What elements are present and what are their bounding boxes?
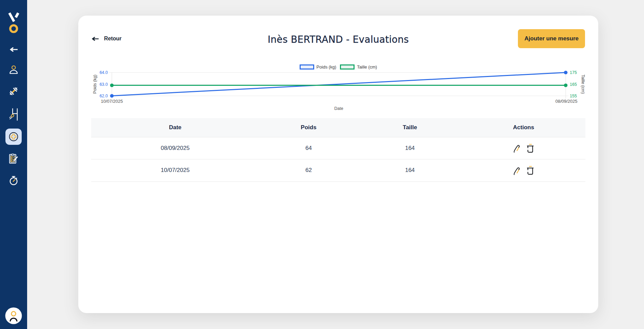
sidebar-item-back[interactable] <box>5 41 22 58</box>
y-tick-label-left: 63.0 <box>100 82 108 87</box>
data-point <box>564 83 568 87</box>
evaluations-card: Retour Inès BERTRAND - Evaluations Ajout… <box>78 16 598 313</box>
y-tick-label-right: 165 <box>570 82 577 87</box>
legend-label: Taille (cm) <box>357 64 377 70</box>
delete-row-button[interactable] <box>524 143 537 153</box>
user-icon <box>9 65 18 74</box>
legend-label: Poids (kg) <box>317 64 337 70</box>
cell-poids: 64 <box>259 137 358 159</box>
trash-icon <box>527 143 534 153</box>
sidebar-item-checklist[interactable] <box>5 151 22 167</box>
column-header-date: Date <box>91 118 259 137</box>
measurements-chart: 64.063.062.017516515510/07/202508/09/202… <box>91 61 585 113</box>
table-header-row: Date Poids Taille Actions <box>91 118 585 137</box>
cell-taille: 164 <box>358 159 462 182</box>
app-logo <box>7 9 20 34</box>
stopwatch-icon <box>9 176 18 185</box>
measurements-table: Date Poids Taille Actions 08/09/2025 64 … <box>91 118 585 182</box>
sidebar <box>0 0 27 329</box>
cell-date: 10/07/2025 <box>91 159 259 182</box>
y-tick-label-right: 175 <box>570 70 577 75</box>
cell-actions <box>462 137 585 159</box>
y-axis-title-right: Taille (cm) <box>581 75 585 94</box>
add-measure-button[interactable]: Ajouter une mesure <box>518 29 585 48</box>
sidebar-item-evaluations[interactable] <box>5 129 22 145</box>
x-tick-label: 10/07/2025 <box>101 99 123 104</box>
legend-item[interactable]: Taille (cm) <box>340 64 377 70</box>
medical-cross-circle-icon <box>9 132 18 141</box>
y-tick-label-left: 62.0 <box>100 94 108 98</box>
cell-taille: 164 <box>358 137 462 159</box>
sidebar-item-stopwatch[interactable] <box>5 172 22 189</box>
delete-row-button[interactable] <box>524 166 537 175</box>
sidebar-item-training[interactable] <box>5 83 22 99</box>
cell-poids: 62 <box>259 159 358 182</box>
edit-row-button[interactable] <box>511 143 522 153</box>
edit-row-button[interactable] <box>511 166 522 175</box>
y-axis-title-left: Poids (kg) <box>93 75 97 94</box>
data-point <box>110 83 114 87</box>
column-header-actions: Actions <box>462 118 585 137</box>
y-tick-label-right: 155 <box>570 94 577 98</box>
trash-icon <box>527 166 534 175</box>
chart-legend: Poids (kg)Taille (cm) <box>91 64 585 70</box>
table-row: 08/09/2025 64 164 <box>91 137 585 159</box>
back-arrow-icon <box>9 47 18 52</box>
sidebar-item-rugby[interactable] <box>5 106 22 122</box>
clipboard-checklist-icon <box>9 153 18 164</box>
cell-date: 08/09/2025 <box>91 137 259 159</box>
x-axis-title: Date <box>334 106 343 111</box>
user-avatar[interactable] <box>5 307 22 324</box>
cell-actions <box>462 159 585 182</box>
column-header-taille: Taille <box>358 118 462 137</box>
table-row: 10/07/2025 62 164 <box>91 159 585 182</box>
pencil-icon <box>514 166 520 175</box>
sidebar-item-athletes[interactable] <box>5 61 22 78</box>
pencil-icon <box>514 143 520 153</box>
dumbbell-icon <box>8 86 19 96</box>
data-point <box>564 71 568 74</box>
y-tick-label-left: 64.0 <box>100 70 108 75</box>
legend-item[interactable]: Poids (kg) <box>300 64 337 70</box>
column-header-poids: Poids <box>259 118 358 137</box>
data-point <box>110 94 114 98</box>
x-tick-label: 08/09/2025 <box>555 99 577 104</box>
legend-swatch <box>300 64 314 70</box>
rugby-posts-icon <box>9 107 18 121</box>
legend-swatch <box>340 64 355 70</box>
